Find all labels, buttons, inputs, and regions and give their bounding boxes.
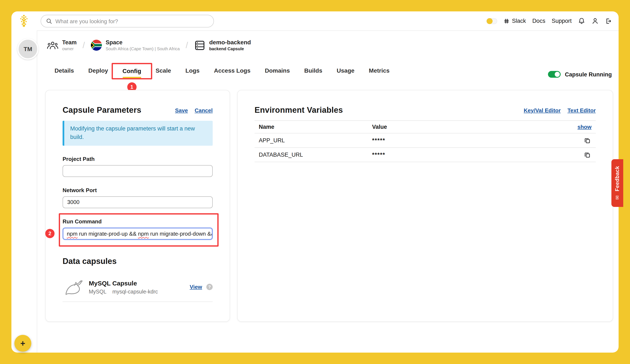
capsule-status-label: Capsule Running [565,71,612,77]
team-icon [47,40,58,50]
theme-toggle-knob [487,18,492,24]
tab-access-logs[interactable]: Access Logs [214,67,250,78]
mysql-logo-icon [62,277,83,297]
breadcrumb-separator: / [83,40,85,50]
logout-button[interactable] [605,17,612,24]
tab-details[interactable]: Details [54,67,74,78]
data-capsule-name: MySQL Capsule [89,279,158,287]
feedback-label: Feedback [614,166,620,191]
add-button[interactable]: + [14,335,31,352]
tab-domains[interactable]: Domains [265,67,290,78]
env-var-value: ***** [372,152,583,158]
annotation-badge-step-2: 2 [45,229,54,238]
page: Slack Docs Support [0,0,630,364]
environment-variables-card: Environment Variables Key/Val Editor Tex… [237,90,613,322]
run-command-input[interactable]: npm run migrate-prod-up && npm run migra… [62,227,213,240]
field-run-command: Run Command npm run migrate-prod-up && n… [62,218,213,240]
field-project-path: Project Path [62,156,213,177]
capsule-subtitle: backend Capsule [209,46,251,51]
breadcrumb-team[interactable]: Team owner [47,39,77,51]
tab-scale[interactable]: Scale [156,67,171,78]
env-var-row: APP_URL ***** [254,133,596,148]
capsule-icon [194,39,205,51]
header-divider [37,30,618,31]
breadcrumb-space[interactable]: Space South Africa (Cape Town) | South A… [91,39,180,51]
capsule-running-toggle[interactable] [548,71,561,78]
breadcrumb-separator: / [186,40,188,50]
search-icon [46,18,52,24]
column-name: Name [259,124,372,130]
space-title: Space [106,39,180,46]
bell-icon [578,17,585,24]
network-port-input[interactable] [62,196,213,208]
capsule-parameters-head: Capsule Parameters Save Cancel [62,106,213,115]
support-link[interactable]: Support [552,18,572,24]
data-capsules-title: Data capsules [62,257,213,266]
env-var-name: DATABASE_URL [259,152,372,158]
project-path-label: Project Path [62,156,213,162]
save-button[interactable]: Save [175,107,188,113]
env-var-value: ***** [372,137,583,144]
env-var-header-row: Name Value show [254,121,596,133]
capsule-status: Capsule Running [548,71,612,78]
show-values-link[interactable]: show [578,124,592,130]
user-icon [592,17,599,24]
search-input[interactable] [56,18,208,24]
view-data-capsule-link[interactable]: View [190,284,202,290]
network-port-label: Network Port [62,187,213,193]
project-path-input[interactable] [62,165,213,177]
data-capsules-divider [62,301,213,302]
slack-icon [504,18,510,24]
tab-deploy[interactable]: Deploy [88,67,108,78]
env-var-name: APP_URL [259,137,372,144]
breadcrumb-capsule[interactable]: demo-backend backend Capsule [194,39,251,51]
help-icon[interactable]: ? [206,284,213,290]
data-capsule-type: MySQL [89,289,106,295]
info-message: Modifying the capsule parameters will st… [62,121,213,146]
search-box [40,15,214,27]
text-editor-link[interactable]: Text Editor [568,107,596,113]
copy-icon[interactable] [583,151,592,159]
space-subtitle: South Africa (Cape Town) | South Africa [106,46,180,51]
toggle-knob [555,72,560,77]
team-title: Team [62,39,77,46]
logout-icon [605,17,612,24]
topbar-actions: Slack Docs Support [486,11,612,30]
cancel-button[interactable]: Cancel [195,107,213,113]
account-button[interactable] [592,17,599,24]
tab-bar: Details Deploy Config 1 Scale Logs Acces… [54,67,390,78]
breadcrumb: Team owner / [47,36,251,54]
keyval-editor-link[interactable]: Key/Val Editor [524,107,561,113]
theme-toggle[interactable] [486,18,497,24]
tab-config-wrap: Config 1 [122,67,141,78]
data-capsule-instance: mysql-capsule-kdrc [112,289,158,295]
notifications-button[interactable] [578,17,585,24]
run-command-label: Run Command [62,218,213,224]
column-value: Value [372,124,578,130]
south-africa-flag-icon [91,40,102,51]
copy-icon[interactable] [583,136,592,145]
tab-builds[interactable]: Builds [304,67,322,78]
capsule-title: demo-backend [209,39,251,46]
docs-link[interactable]: Docs [532,18,546,24]
app-logo-icon[interactable] [17,14,31,28]
slack-link[interactable]: Slack [504,18,526,24]
capsule-parameters-card: Capsule Parameters Save Cancel Modifying… [45,90,230,322]
feedback-tab[interactable]: Feedback ✉ [612,159,623,207]
tab-metrics[interactable]: Metrics [369,67,390,78]
environment-variables-head: Environment Variables Key/Val Editor Tex… [254,106,596,115]
env-var-table: Name Value show APP_URL ***** DATABASE_U… [254,120,596,162]
team-avatar[interactable]: TM [17,38,38,59]
capsule-parameters-title: Capsule Parameters [62,106,142,115]
tab-logs[interactable]: Logs [186,67,200,78]
field-network-port: Network Port [62,187,213,208]
sidebar-divider [37,30,37,353]
slack-label: Slack [512,18,526,24]
tab-config[interactable]: Config [122,68,141,78]
envelope-icon: ✉ [615,195,620,200]
environment-variables-title: Environment Variables [254,106,343,115]
app-window: Slack Docs Support [12,11,618,353]
team-subtitle: owner [62,46,77,51]
data-capsule-row: MySQL Capsule MySQL mysql-capsule-kdrc V… [62,277,213,297]
tab-usage[interactable]: Usage [337,67,354,78]
